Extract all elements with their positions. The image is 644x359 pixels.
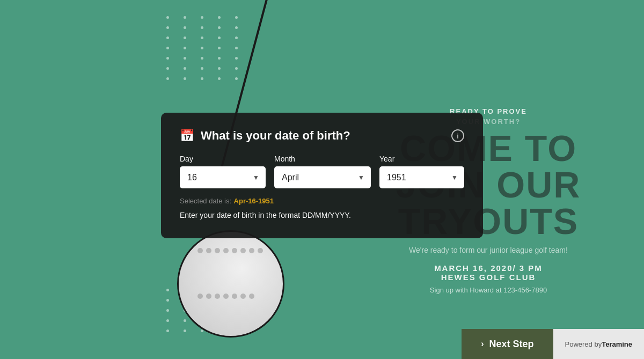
- event-venue-text: HEWES GOLF CLUB: [349, 273, 628, 282]
- day-field-group: Day 123 456 789 101112 131415 161718 192…: [180, 155, 266, 188]
- day-label: Day: [180, 155, 266, 163]
- next-step-button[interactable]: › Next Step: [462, 329, 553, 359]
- calendar-icon: 📅: [180, 129, 194, 143]
- month-label: Month: [274, 155, 371, 163]
- format-hint: Enter your date of birth in the format D…: [180, 211, 464, 219]
- selected-date-row: Selected date is: Apr-16-1951: [180, 196, 464, 206]
- info-icon-button[interactable]: i: [451, 129, 464, 142]
- event-date-text: MARCH 16, 2020/ 3 PM: [349, 263, 628, 273]
- powered-by-brand: Teramine: [602, 340, 632, 348]
- day-select-wrapper: 123 456 789 101112 131415 161718 192021 …: [180, 166, 266, 188]
- month-select[interactable]: JanuaryFebruaryMarch AprilMayJune JulyAu…: [274, 166, 371, 188]
- month-field-group: Month JanuaryFebruaryMarch AprilMayJune …: [274, 155, 371, 188]
- year-select[interactable]: 1945194619471948 194919501951 1952195319…: [379, 166, 464, 188]
- powered-by-banner: Powered by Teramine: [553, 329, 645, 359]
- month-select-wrapper: JanuaryFebruaryMarch AprilMayJune JulyAu…: [274, 166, 371, 188]
- bottom-bar: › Next Step Powered by Teramine: [462, 329, 644, 359]
- year-field-group: Year 1945194619471948 194919501951 19521…: [379, 155, 464, 188]
- next-step-arrow-icon: ›: [481, 339, 484, 349]
- modal-title-row: 📅 What is your date of birth? i: [180, 129, 464, 143]
- modal-title-left: 📅 What is your date of birth?: [180, 129, 350, 143]
- selected-date-value: Apr-16-1951: [234, 197, 274, 205]
- dob-modal: 📅 What is your date of birth? i Day 123 …: [161, 113, 483, 238]
- date-fields-row: Day 123 456 789 101112 131415 161718 192…: [180, 155, 464, 188]
- year-select-wrapper: 1945194619471948 194919501951 1952195319…: [379, 166, 464, 188]
- year-label: Year: [379, 155, 464, 163]
- description-text: We're ready to form our junior league go…: [349, 245, 628, 256]
- powered-by-text: Powered by: [565, 340, 602, 348]
- day-select[interactable]: 123 456 789 101112 131415 161718 192021 …: [180, 166, 266, 188]
- modal-title: What is your date of birth?: [201, 129, 350, 143]
- selected-date-prefix: Selected date is:: [180, 197, 231, 205]
- golf-ball-icon: [177, 230, 284, 338]
- next-step-label: Next Step: [489, 339, 533, 350]
- signup-text: Sign up with Howard at 123-456-7890: [349, 286, 628, 294]
